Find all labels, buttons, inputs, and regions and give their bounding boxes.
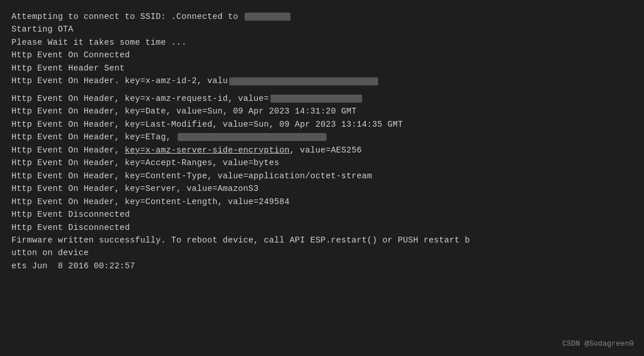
watermark: CSDN @Sodagreen0 xyxy=(562,339,634,348)
redacted-amz-id2 xyxy=(229,77,378,85)
log-line-20: ets Jun 8 2016 00:22:57 xyxy=(11,260,633,272)
log-line-12: Http Event On Header, key=Accept-Ranges,… xyxy=(11,157,633,169)
log-line-17: Http Event Disconnected xyxy=(11,221,633,234)
redacted-etag xyxy=(178,133,327,141)
log-line-11: Http Event On Header, key=x-amz-server-s… xyxy=(11,144,633,157)
log-line-18: Firmware written successfully. To reboot… xyxy=(11,234,633,247)
log-line-16: Http Event Disconnected xyxy=(11,208,633,221)
log-line-13: Http Event On Header, key=Content-Type, … xyxy=(11,170,633,182)
log-line-2: Starting OTA xyxy=(11,23,633,36)
log-line-10: Http Event On Header, key=ETag, xyxy=(11,131,633,143)
log-line-14: Http Event On Header, key=Server, value=… xyxy=(11,182,633,195)
log-line-19: utton on device xyxy=(11,247,633,259)
log-line-3: Please Wait it takes some time ... xyxy=(11,36,633,49)
log-line-15: Http Event On Header, key=Content-Length… xyxy=(11,195,633,208)
spacer xyxy=(11,88,633,92)
log-line-5: Http Event Header Sent xyxy=(11,62,633,75)
log-line-7: Http Event On Header, key=x-amz-request-… xyxy=(11,92,633,105)
redacted-request-id xyxy=(270,95,362,103)
terminal-window: Attempting to connect to SSID: .Connecte… xyxy=(0,0,644,356)
log-line-1: Attempting to connect to SSID: .Connecte… xyxy=(11,10,633,23)
log-line-9: Http Event On Header, key=Last-Modified,… xyxy=(11,118,633,131)
redacted-ssid xyxy=(245,13,290,21)
encryption-key: key=x-amz-server-side-encryption xyxy=(125,146,290,155)
log-line-8: Http Event On Header, key=Date, value=Su… xyxy=(11,105,633,118)
log-line-4: Http Event On Connected xyxy=(11,49,633,61)
log-line-6: Http Event On Header. key=x-amz-id-2, va… xyxy=(11,75,633,87)
